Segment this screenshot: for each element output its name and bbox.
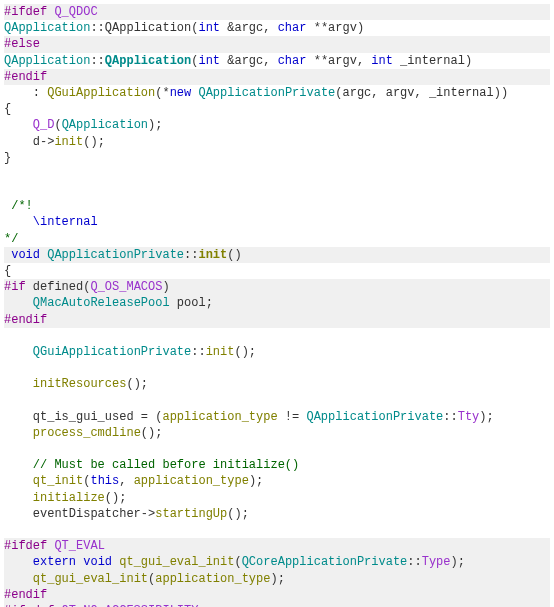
code-line [4,441,550,457]
code-line: } [4,150,550,166]
code-line: { [4,263,550,279]
code-line: d->init(); [4,134,550,150]
code-line: \internal [4,214,550,230]
code-line: #ifndef QT_NO_ACCESSIBILITY [4,603,550,607]
code-line: */ [4,231,550,247]
code-line: QApplication::QApplication(int &argc, ch… [4,53,550,69]
code-line: process_cmdline(); [4,425,550,441]
code-line: qt_gui_eval_init(application_type); [4,571,550,587]
code-line: #if defined(Q_OS_MACOS) [4,279,550,295]
code-line: initResources(); [4,376,550,392]
code-line [4,360,550,376]
code-line: // Must be called before initialize() [4,457,550,473]
code-line: QMacAutoReleasePool pool; [4,295,550,311]
code-line: : QGuiApplication(*new QApplicationPriva… [4,85,550,101]
code-line [4,328,550,344]
code-line: QGuiApplicationPrivate::init(); [4,344,550,360]
code-line: #endif [4,312,550,328]
code-line: void QApplicationPrivate::init() [4,247,550,263]
code-line: extern void qt_gui_eval_init(QCoreApplic… [4,554,550,570]
code-line [4,166,550,182]
code-line [4,522,550,538]
code-line: #endif [4,587,550,603]
code-line [4,182,550,198]
code-line: qt_init(this, application_type); [4,473,550,489]
code-line: { [4,101,550,117]
code-line: qt_is_gui_used = (application_type != QA… [4,409,550,425]
code-line: #else [4,36,550,52]
code-line: eventDispatcher->startingUp(); [4,506,550,522]
code-line: QApplication::QApplication(int &argc, ch… [4,20,550,36]
code-line: /*! [4,198,550,214]
code-line: #ifdef QT_EVAL [4,538,550,554]
code-line: Q_D(QApplication); [4,117,550,133]
code-line [4,393,550,409]
code-block: #ifdef Q_QDOCQApplication::QApplication(… [4,4,550,607]
code-line: #ifdef Q_QDOC [4,4,550,20]
code-line: initialize(); [4,490,550,506]
code-line: #endif [4,69,550,85]
